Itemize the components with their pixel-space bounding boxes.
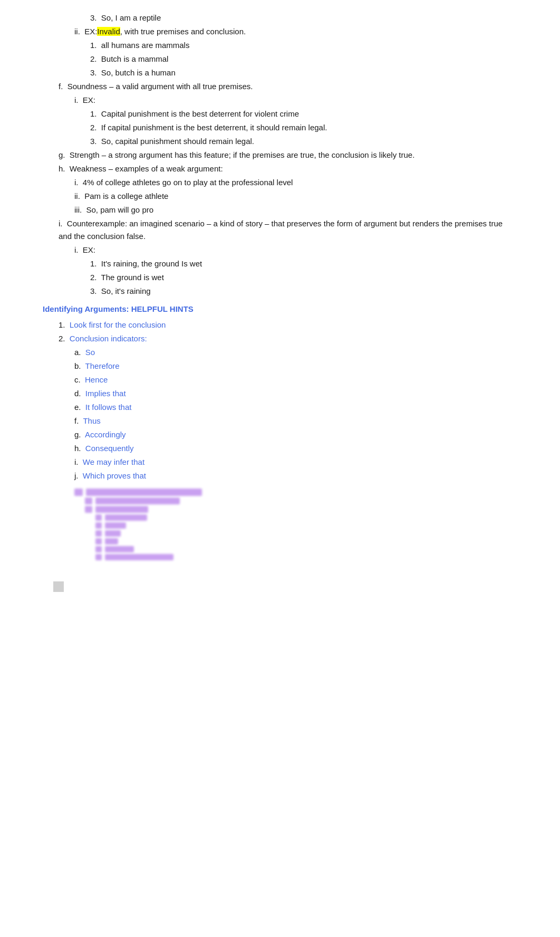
conclusion-e-text: It follows that — [85, 403, 132, 412]
weakness-i2: ii. Pam is a college athlete — [43, 190, 517, 203]
weakness-i1: i. 4% of college athletes go on to play … — [43, 176, 517, 189]
conclusion-j-text: Which proves that — [83, 471, 146, 480]
counter-i3: 3. So, it's raining — [43, 285, 517, 298]
blurred-sub-rows — [85, 498, 517, 560]
blurred-row-2 — [85, 498, 517, 504]
counter-ex: EX: — [83, 245, 95, 254]
conclusion-b-text: Therefore — [85, 361, 120, 370]
soundness-ex: EX: — [83, 95, 95, 104]
bottom-icon-area — [43, 581, 517, 596]
conclusion-j: j. Which proves that — [43, 470, 517, 482]
weakness-text: Weakness – examples of a weak argument: — [70, 164, 223, 173]
blurred-row-7 — [95, 538, 517, 544]
hint1-text: Look first for the conclusion — [70, 320, 166, 329]
conclusion-h-text: Consequently — [85, 444, 134, 453]
weakness-i3: iii. So, pam will go pro — [43, 204, 517, 216]
blurred-row-1 — [74, 489, 517, 496]
strength-text: Strength – a strong argument has this fe… — [70, 150, 415, 159]
hint1-item: 1. Look first for the conclusion — [43, 319, 517, 331]
soundness-ex2: 2. If capital punishment is the best det… — [43, 121, 517, 134]
ex-invalid-label: EX: — [84, 27, 97, 36]
counterexample-text: Counterexample: an imagined scenario – a… — [59, 219, 503, 241]
invalid-item2: 2. Butch is a mammal — [43, 53, 517, 65]
soundness-ex1: 1. Capital punishment is the best deterr… — [43, 108, 517, 120]
soundness-text: Soundness – a valid argument with all tr… — [67, 82, 253, 91]
weakness-item: h. Weakness – examples of a weak argumen… — [43, 162, 517, 175]
soundness-item: f. Soundness – a valid argument with all… — [43, 80, 517, 93]
soundness-ex-label: i. EX: — [43, 94, 517, 107]
invalid-highlight: Invalid — [97, 27, 120, 36]
item-so-reptile: 3. So, I am a reptile — [43, 12, 517, 24]
conclusion-h: h. Consequently — [43, 442, 517, 455]
conclusion-d-text: Implies that — [85, 389, 126, 398]
soundness-ex3: 3. So, capital punishment should remain … — [43, 135, 517, 148]
conclusion-i: i. We may infer that — [43, 456, 517, 468]
conclusion-e: e. It follows that — [43, 401, 517, 414]
conclusion-a: a. So — [43, 346, 517, 359]
helpful-hints-heading: Identifying Arguments: HELPFUL HINTS — [43, 303, 517, 315]
blurred-section — [43, 489, 517, 560]
item-so-reptile-text: So, I am a reptile — [101, 13, 161, 22]
conclusion-c-text: Hence — [85, 375, 108, 384]
blurred-row-6 — [95, 530, 517, 537]
blurred-row-3 — [85, 506, 517, 513]
conclusion-g-text: Accordingly — [85, 430, 126, 439]
conclusion-c: c. Hence — [43, 374, 517, 386]
conclusion-a-text: So — [85, 348, 95, 357]
counterexample-item: i. Counterexample: an imagined scenario … — [43, 217, 517, 243]
invalid-item1: 1. all humans are mammals — [43, 39, 517, 52]
counter-i1: 1. It's raining, the ground Is wet — [43, 257, 517, 270]
invalid-item3: 3. So, butch is a human — [43, 66, 517, 79]
main-content: 3. So, I am a reptile ii. EX:Invalid, wi… — [43, 12, 517, 596]
conclusion-d: d. Implies that — [43, 387, 517, 400]
counter-i2: 2. The ground is wet — [43, 271, 517, 284]
counter-ex-label: i. EX: — [43, 244, 517, 256]
blurred-row-5 — [95, 522, 517, 529]
conclusion-b: b. Therefore — [43, 360, 517, 372]
ex-invalid-desc: , with true premises and conclusion. — [120, 27, 246, 36]
ex-invalid-line: ii. EX:Invalid, with true premises and c… — [43, 25, 517, 38]
conclusion-f-text: Thus — [83, 416, 100, 425]
strength-item: g. Strength – a strong argument has this… — [43, 149, 517, 161]
blurred-sub-sub-rows — [95, 514, 517, 560]
conclusion-f: f. Thus — [43, 415, 517, 427]
conclusion-g: g. Accordingly — [43, 428, 517, 441]
blurred-row-8 — [95, 546, 517, 552]
conclusion-i-text: We may infer that — [83, 457, 144, 466]
hint2-item: 2. Conclusion indicators: — [43, 332, 517, 345]
hint2-text: Conclusion indicators: — [70, 334, 147, 343]
blurred-row-9 — [95, 554, 517, 560]
blurred-row-4 — [95, 514, 517, 521]
